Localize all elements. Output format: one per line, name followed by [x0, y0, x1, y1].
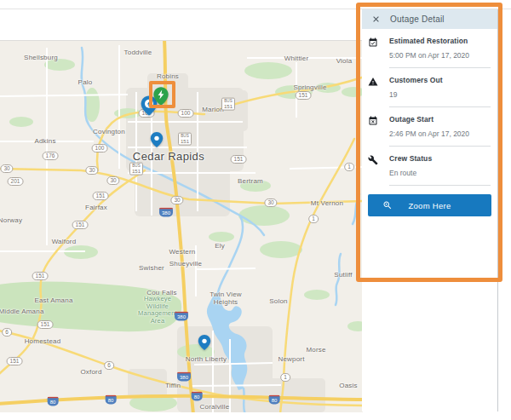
outage-pin[interactable]: [196, 334, 213, 351]
field-label: Outage Start: [389, 115, 491, 124]
field-value: 2:46 PM on Apr 17, 2020: [389, 129, 491, 138]
panel-field: Customers Out 19: [362, 68, 497, 107]
calendar-x-icon: [368, 115, 389, 147]
field-value: 5:00 PM on Apr 17, 2020: [389, 51, 491, 60]
field-label: Crew Status: [389, 154, 491, 163]
field-value: En route: [389, 169, 491, 177]
wrench-icon: [368, 154, 389, 186]
panel-title: Outage Detail: [390, 14, 445, 24]
field-value: 19: [389, 90, 491, 99]
close-icon[interactable]: [371, 14, 381, 24]
zoom-in-icon: [382, 200, 393, 210]
map[interactable]: ShellsburgToddvilleRobinsPaloCovingtonMa…: [0, 40, 363, 412]
outage-pin[interactable]: [148, 131, 165, 148]
panel-field: Outage Start 2:46 PM on Apr 17, 2020: [362, 107, 497, 147]
crew-pin[interactable]: [151, 86, 171, 106]
field-label: Customers Out: [389, 76, 491, 84]
panel-field: Estimated Restoration 5:00 PM on Apr 17,…: [362, 29, 497, 68]
field-label: Estimated Restoration: [389, 37, 491, 45]
field-list: Estimated Restoration 5:00 PM on Apr 17,…: [362, 29, 497, 186]
panel-field: Crew Status En route: [362, 147, 497, 186]
outage-detail-panel: Outage Detail Estimated Restoration 5:00…: [362, 9, 498, 411]
panel-header: Outage Detail: [362, 9, 497, 29]
map-basemap: [0, 41, 363, 412]
warning-triangle-icon: [368, 76, 389, 107]
calendar-check-icon: [368, 37, 389, 68]
zoom-here-button[interactable]: Zoom Here: [368, 194, 491, 216]
